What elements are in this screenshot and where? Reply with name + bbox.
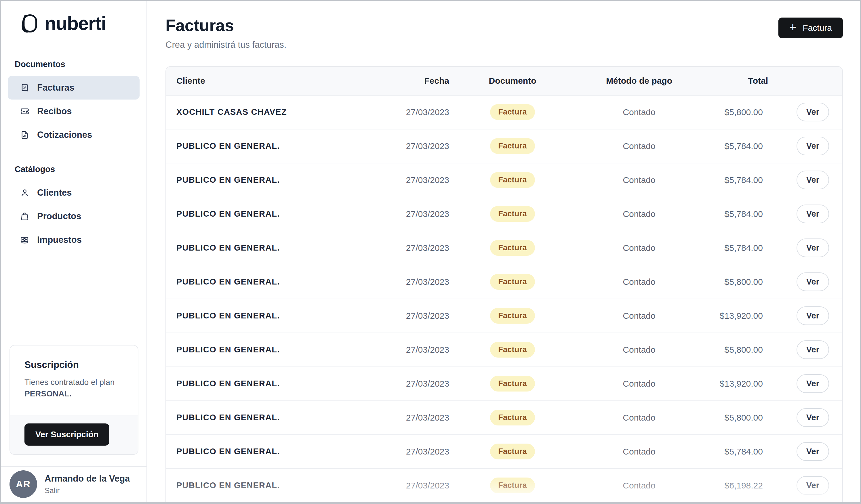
nav-section-documentos: Documentos [15,59,139,69]
new-invoice-button[interactable]: + Factura [778,17,843,38]
page-header: Facturas Crea y administrá tus facturas.… [165,16,843,50]
date-cell: 27/03/2023 [374,413,449,423]
total-cell: $5,784.00 [702,141,771,151]
document-type-badge: Factura [490,376,535,392]
user-row: AR Armando de la Vega Salir [1,467,147,502]
client-cell: PUBLICO EN GENERAL. [176,481,374,490]
sidebar-item-label: Cotizaciones [37,130,92,140]
document-chart-icon [20,130,30,140]
view-invoice-button[interactable]: Ver [796,340,829,359]
view-invoice-button[interactable]: Ver [796,408,829,427]
document-cell: Factura [449,410,576,425]
sidebar-item-productos[interactable]: Productos [8,205,139,228]
client-cell: PUBLICO EN GENERAL. [176,413,374,422]
client-cell: PUBLICO EN GENERAL. [176,175,374,185]
table-row: PUBLICO EN GENERAL. 27/03/2023 Factura C… [166,367,842,401]
date-cell: 27/03/2023 [374,277,449,287]
total-cell: $5,800.00 [702,345,771,355]
subscription-body: Tienes contratado el plan PERSONAL. [25,377,125,400]
document-cell: Factura [449,240,576,256]
view-subscription-button[interactable]: Ver Suscripción [25,423,109,446]
table-row: PUBLICO EN GENERAL. 27/03/2023 Factura C… [166,299,842,333]
document-cell: Factura [449,138,576,154]
client-cell: XOCHILT CASAS CHAVEZ [176,107,374,117]
date-cell: 27/03/2023 [374,311,449,321]
client-cell: PUBLICO EN GENERAL. [176,447,374,456]
sidebar-bottom: Suscripción Tienes contratado el plan PE… [1,345,147,502]
date-cell: 27/03/2023 [374,379,449,389]
document-type-badge: Factura [490,138,535,154]
document-cell: Factura [449,172,576,188]
sidebar-item-recibos[interactable]: Recibos [8,99,139,123]
document-type-badge: Factura [490,308,535,324]
document-cell: Factura [449,376,576,392]
view-invoice-button[interactable]: Ver [796,374,829,393]
view-invoice-button[interactable]: Ver [796,137,829,155]
action-cell: Ver [771,306,832,325]
sidebar-item-impuestos[interactable]: Impuestos [8,228,139,252]
date-cell: 27/03/2023 [374,447,449,457]
avatar: AR [10,470,37,498]
column-header-cliente: Cliente [176,76,374,86]
sidebar-item-label: Clientes [37,187,72,198]
view-invoice-button[interactable]: Ver [796,103,829,122]
date-cell: 27/03/2023 [374,243,449,253]
payment-method-cell: Contado [576,243,702,253]
date-cell: 27/03/2023 [374,209,449,219]
document-type-badge: Factura [490,342,535,358]
document-type-badge: Factura [490,206,535,222]
action-cell: Ver [771,103,832,122]
user-name: Armando de la Vega [45,474,130,484]
document-type-badge: Factura [490,410,535,425]
subscription-card-footer: Ver Suscripción [10,415,138,454]
sidebar-item-clientes[interactable]: Clientes [8,181,139,205]
sidebar-item-cotizaciones[interactable]: Cotizaciones [8,123,139,147]
app-window: nuberti Documentos Facturas [0,0,861,504]
page-title: Facturas [165,16,286,35]
date-cell: 27/03/2023 [374,481,449,490]
sidebar-nav: Documentos Facturas [1,59,147,252]
document-type-badge: Factura [490,274,535,290]
payment-method-cell: Contado [576,175,702,185]
payment-method-cell: Contado [576,209,702,219]
view-invoice-button[interactable]: Ver [796,476,829,495]
document-type-badge: Factura [490,444,535,459]
total-cell: $5,784.00 [702,175,771,185]
payment-method-cell: Contado [576,345,702,355]
view-invoice-button[interactable]: Ver [796,238,829,257]
action-cell: Ver [771,340,832,359]
page-subtitle: Crea y administrá tus facturas. [165,40,286,50]
view-invoice-button[interactable]: Ver [796,205,829,223]
action-cell: Ver [771,374,832,393]
ticket-icon [20,107,30,116]
document-cell: Factura [449,477,576,493]
table-row: PUBLICO EN GENERAL. 27/03/2023 Factura C… [166,231,842,265]
table-row: PUBLICO EN GENERAL. 27/03/2023 Factura C… [166,469,842,502]
total-cell: $5,784.00 [702,243,771,253]
date-cell: 27/03/2023 [374,107,449,117]
view-invoice-button[interactable]: Ver [796,306,829,325]
view-invoice-button[interactable]: Ver [796,442,829,461]
view-invoice-button[interactable]: Ver [796,272,829,291]
subscription-card: Suscripción Tienes contratado el plan PE… [10,345,138,455]
subscription-body-text: Tienes contratado el plan [25,378,114,387]
view-invoice-button[interactable]: Ver [796,171,829,189]
logout-link[interactable]: Salir [45,486,130,495]
table-row: PUBLICO EN GENERAL. 27/03/2023 Factura C… [166,435,842,469]
table-row: PUBLICO EN GENERAL. 27/03/2023 Factura C… [166,129,842,164]
shopping-bag-icon [20,211,30,221]
main-content: Facturas Crea y administrá tus facturas.… [147,1,860,502]
sidebar-item-facturas[interactable]: Facturas [8,76,139,99]
action-cell: Ver [771,137,832,155]
action-cell: Ver [771,171,832,189]
document-cell: Factura [449,206,576,222]
sidebar-item-label: Facturas [37,83,74,93]
payment-method-cell: Contado [576,277,702,287]
brand-logo: nuberti [17,12,147,35]
column-header-documento: Documento [449,76,576,86]
date-cell: 27/03/2023 [374,141,449,151]
table-row: PUBLICO EN GENERAL. 27/03/2023 Factura C… [166,401,842,435]
payment-method-cell: Contado [576,481,702,490]
client-cell: PUBLICO EN GENERAL. [176,141,374,151]
document-cell: Factura [449,308,576,324]
